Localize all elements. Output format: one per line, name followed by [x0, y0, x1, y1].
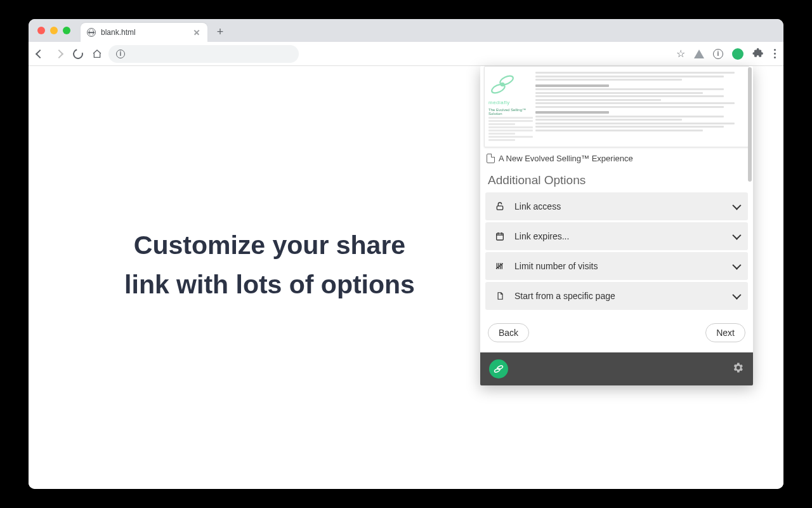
- mediafly-badge-icon[interactable]: [489, 359, 508, 378]
- browser-window: blank.html + i ☆ i: [29, 19, 783, 489]
- mediafly-extension-icon[interactable]: [732, 48, 743, 60]
- reload-icon[interactable]: [73, 49, 83, 59]
- drive-icon[interactable]: [694, 50, 704, 58]
- address-bar[interactable]: i: [108, 45, 299, 63]
- star-icon[interactable]: ☆: [676, 48, 685, 60]
- settings-icon[interactable]: [731, 361, 744, 377]
- mediafly-logo-icon: [488, 70, 516, 98]
- maximize-window-button[interactable]: [63, 27, 70, 34]
- chevron-down-icon: [733, 233, 739, 239]
- lock-open-icon: [494, 201, 506, 212]
- option-label: Start from a specific page: [514, 291, 615, 301]
- option-link-expires[interactable]: Link expires...: [485, 222, 748, 250]
- page-viewport: Customize your share link with lots of o…: [29, 66, 783, 489]
- tab-strip: blank.html +: [29, 19, 783, 42]
- info-icon[interactable]: i: [713, 49, 723, 59]
- calendar-icon: [494, 231, 506, 242]
- document-caption: A New Evolved Selling™ Experience: [480, 151, 753, 166]
- svg-point-2: [501, 83, 504, 86]
- option-start-page[interactable]: Start from a specific page: [485, 282, 748, 310]
- chevron-down-icon: [733, 293, 739, 299]
- option-link-access[interactable]: Link access: [485, 192, 748, 220]
- document-preview[interactable]: mediafly The Evolved Selling™ Solution: [484, 66, 749, 147]
- option-label: Link expires...: [514, 231, 569, 241]
- document-title: A New Evolved Selling™ Experience: [499, 154, 633, 163]
- home-icon[interactable]: [92, 49, 102, 59]
- back-button[interactable]: Back: [488, 323, 529, 342]
- tab-title: blank.html: [101, 28, 187, 37]
- svg-point-6: [497, 365, 503, 370]
- section-title: Additional Options: [480, 166, 753, 192]
- chevron-down-icon: [733, 263, 739, 269]
- option-label: Limit number of visits: [514, 261, 598, 271]
- page-icon: [494, 290, 506, 302]
- new-tab-button[interactable]: +: [211, 23, 229, 41]
- share-options-panel: mediafly The Evolved Selling™ Solution: [480, 66, 753, 385]
- panel-footer: [480, 352, 753, 385]
- minimize-window-button[interactable]: [50, 27, 58, 34]
- forward-icon[interactable]: [54, 49, 64, 59]
- scrollbar-thumb[interactable]: [748, 67, 752, 182]
- back-icon[interactable]: [35, 49, 45, 59]
- globe-icon: [87, 28, 96, 37]
- next-button[interactable]: Next: [705, 323, 745, 342]
- file-icon: [487, 154, 495, 163]
- option-limit-visits[interactable]: Limit number of visits: [485, 252, 748, 280]
- close-tab-icon[interactable]: [192, 28, 201, 37]
- browser-tab[interactable]: blank.html: [81, 23, 207, 42]
- brand-name: mediafly: [488, 100, 533, 105]
- chevron-down-icon: [733, 203, 739, 210]
- close-window-button[interactable]: [37, 27, 45, 34]
- extensions-icon[interactable]: [752, 47, 764, 61]
- browser-toolbar: i ☆ i: [29, 42, 783, 66]
- option-label: Link access: [514, 201, 561, 211]
- window-controls: [37, 27, 70, 34]
- svg-rect-3: [497, 206, 502, 210]
- svg-rect-4: [497, 233, 504, 240]
- browser-menu-icon[interactable]: [773, 48, 777, 60]
- site-info-icon[interactable]: i: [116, 50, 125, 58]
- marketing-headline: Customize your share link with lots of o…: [117, 226, 422, 304]
- tally-icon: [494, 260, 506, 272]
